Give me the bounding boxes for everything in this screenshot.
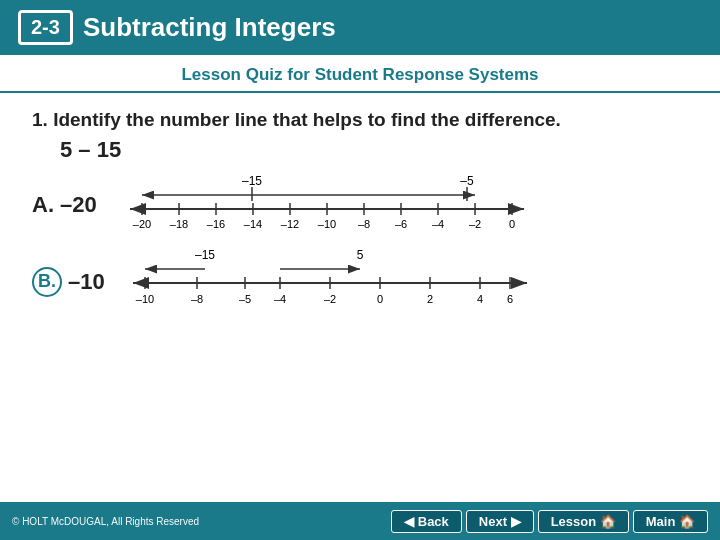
next-button[interactable]: Next ▶ <box>466 510 534 533</box>
svg-text:0: 0 <box>509 218 515 230</box>
svg-text:0: 0 <box>377 293 383 305</box>
subtitle: Lesson Quiz for Student Response Systems <box>0 55 720 93</box>
svg-text:–5: –5 <box>460 174 474 188</box>
numberline-a-svg: –15 –5 –20 <box>112 173 542 237</box>
svg-text:–15: –15 <box>195 248 215 262</box>
svg-text:–12: –12 <box>281 218 299 230</box>
header: 2-3 Subtracting Integers <box>0 0 720 55</box>
answer-a-value: –20 <box>60 192 97 218</box>
answer-b-value: –10 <box>68 269 105 295</box>
answer-b-label: B. –10 <box>32 267 105 297</box>
equation: 5 – 15 <box>60 137 688 163</box>
svg-text:–14: –14 <box>244 218 262 230</box>
svg-text:–10: –10 <box>318 218 336 230</box>
svg-text:–16: –16 <box>207 218 225 230</box>
footer: © HOLT McDOUGAL, All Rights Reserved ◀ B… <box>0 502 720 540</box>
answer-a-numberline: –15 –5 –20 <box>112 173 688 237</box>
svg-text:–2: –2 <box>324 293 336 305</box>
svg-text:–8: –8 <box>358 218 370 230</box>
copyright-text: © HOLT McDOUGAL, All Rights Reserved <box>12 516 199 527</box>
answer-a-block: A. –20 –15 –5 <box>32 173 688 237</box>
svg-text:5: 5 <box>356 248 363 262</box>
question-text: 1. Identify the number line that helps t… <box>32 107 688 133</box>
svg-text:–2: –2 <box>469 218 481 230</box>
answer-a-letter: A. <box>32 192 54 218</box>
svg-text:–8: –8 <box>191 293 203 305</box>
svg-text:–15: –15 <box>242 174 262 188</box>
svg-text:–20: –20 <box>133 218 151 230</box>
main-button[interactable]: Main 🏠 <box>633 510 708 533</box>
lesson-badge: 2-3 <box>18 10 73 45</box>
page-title: Subtracting Integers <box>83 12 336 43</box>
svg-text:–5: –5 <box>239 293 251 305</box>
svg-text:–4: –4 <box>274 293 286 305</box>
svg-text:–10: –10 <box>136 293 154 305</box>
numberline-b-svg: –15 5 –10 –8 –5 <box>115 247 545 317</box>
footer-nav: ◀ Back Next ▶ Lesson 🏠 Main 🏠 <box>391 510 708 533</box>
answer-b-numberline: –15 5 –10 –8 –5 <box>115 247 688 317</box>
svg-text:4: 4 <box>477 293 483 305</box>
back-button[interactable]: ◀ Back <box>391 510 462 533</box>
answer-b-circle: B. <box>32 267 62 297</box>
question-body: Identify the number line that helps to f… <box>53 109 561 130</box>
svg-text:2: 2 <box>427 293 433 305</box>
answer-b-block: B. –10 –15 5 <box>32 247 688 317</box>
lesson-button[interactable]: Lesson 🏠 <box>538 510 629 533</box>
content-area: 1. Identify the number line that helps t… <box>0 93 720 337</box>
svg-text:–6: –6 <box>395 218 407 230</box>
question-number: 1. <box>32 109 48 130</box>
svg-text:–4: –4 <box>432 218 444 230</box>
answer-a-label: A. –20 <box>32 192 102 218</box>
svg-text:–18: –18 <box>170 218 188 230</box>
svg-text:6: 6 <box>507 293 513 305</box>
